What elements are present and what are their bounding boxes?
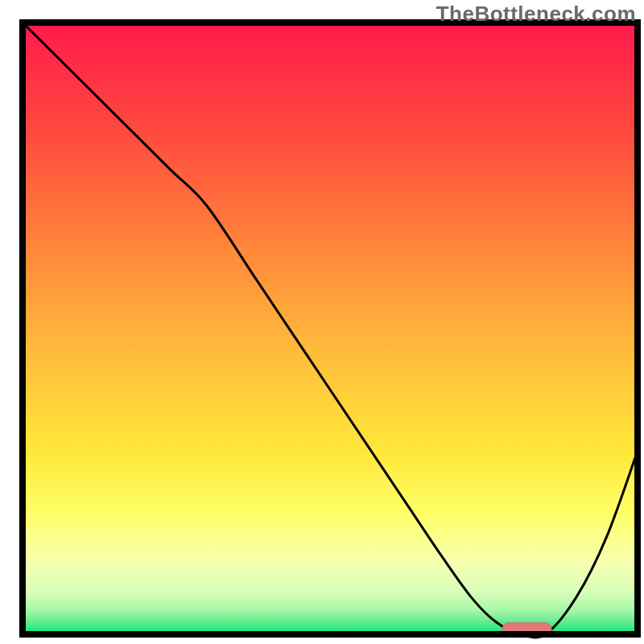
- chart-stage: TheBottleneck.com: [0, 0, 644, 644]
- bottleneck-chart: [0, 0, 644, 644]
- plot-area: [23, 23, 638, 638]
- watermark-text: TheBottleneck.com: [436, 2, 636, 27]
